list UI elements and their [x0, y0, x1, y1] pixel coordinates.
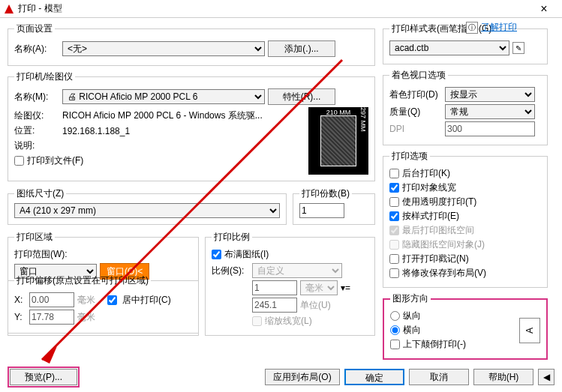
window-title: 打印 - 模型: [18, 2, 529, 15]
learn-print-link[interactable]: 了解打印: [481, 21, 517, 34]
shade-plot-label: 着色打印(D): [389, 88, 442, 101]
scale-unit2-label: 单位(U): [300, 299, 331, 312]
preview-button[interactable]: 预览(P)...: [10, 369, 77, 385]
printer-props-button[interactable]: 特性(R)...: [268, 88, 335, 105]
plot-scale-group: 打印比例 布满图纸(I) 比例(S):自定义 毫米▾= 单位(U) 缩放线宽(L…: [205, 231, 375, 336]
paper-size-select[interactable]: A4 (210 x 297 mm): [14, 203, 280, 218]
opt-paperspace-last-label: 最后打印图纸空间: [402, 224, 474, 237]
page-setup-legend: 页面设置: [14, 22, 55, 35]
bottom-button-bar: 预览(P)... 应用到布局(O) 确定 取消 帮助(H) ◀: [0, 367, 562, 388]
pagesetup-name-select[interactable]: <无>: [62, 41, 265, 56]
quality-select[interactable]: 常规: [445, 104, 535, 119]
opt-lineweights-checkbox[interactable]: [389, 183, 399, 193]
paper-height-label: 297 MM: [359, 107, 367, 175]
orientation-icon: A: [519, 318, 540, 343]
dpi-label: DPI: [389, 124, 442, 134]
plot-options-group: 打印选项 后台打印(K) 打印对象线宽 使用透明度打印(T) 按样式打印(E) …: [383, 150, 548, 288]
upside-down-checkbox[interactable]: [390, 340, 400, 349]
printer-name-select[interactable]: 🖨 RICOH Aficio MP 2000 PCL 6: [62, 89, 265, 104]
app-logo-icon: [3, 3, 15, 15]
shaded-viewport-group: 着色视口选项 着色打印(D)按显示 质量(Q)常规 DPI: [383, 69, 548, 145]
opt-save-changes-checkbox[interactable]: [389, 268, 399, 278]
scale-unit1-select[interactable]: 毫米: [300, 280, 338, 295]
fit-to-paper-label: 布满图纸(I): [224, 248, 269, 261]
opt-background-checkbox[interactable]: [389, 169, 399, 178]
center-plot-label: 居中打印(C): [122, 294, 171, 307]
location-label: 位置:: [14, 124, 59, 137]
shade-plot-select[interactable]: 按显示: [445, 87, 535, 102]
upside-down-label: 上下颠倒打印(-): [403, 338, 466, 351]
opt-plotstyles-checkbox[interactable]: [389, 211, 399, 221]
add-pagesetup-button[interactable]: 添加(.)...: [268, 40, 335, 57]
offset-x-label: X:: [14, 295, 26, 305]
scale-unit1-input[interactable]: [252, 280, 297, 295]
expand-button[interactable]: ◀: [538, 369, 554, 385]
opt-plot-stamp-checkbox[interactable]: [389, 254, 399, 264]
opt-transparency-label: 使用透明度打印(T): [402, 196, 476, 208]
opt-hide-paperspace-checkbox: [389, 240, 399, 250]
opt-plot-stamp-label: 打开打印戳记(N): [402, 253, 469, 265]
learn-print-link-wrap: ⓘ 了解打印: [466, 21, 517, 34]
printer-legend: 打印机/绘图仪: [14, 70, 75, 83]
plot-style-group: 打印样式表(画笔指定)(G) acad.ctb✎: [383, 22, 548, 64]
orientation-group: 图形方向 纵向 横向 上下颠倒打印(-) A: [383, 292, 548, 360]
plotter-value: RICOH Aficio MP 2000 PCL 6 - Windows 系统驱…: [62, 109, 263, 122]
orientation-legend: 图形方向: [390, 292, 431, 305]
opt-hide-paperspace-label: 隐藏图纸空间对象(J): [402, 238, 485, 251]
plot-style-edit-icon[interactable]: ✎: [512, 42, 524, 54]
landscape-label: 横向: [403, 324, 421, 337]
info-icon: ⓘ: [466, 22, 478, 34]
opt-transparency-checkbox[interactable]: [389, 197, 399, 207]
page-setup-group: 页面设置 名称(A): <无> 添加(.)...: [8, 22, 375, 66]
plot-options-legend: 打印选项: [389, 150, 430, 163]
portrait-label: 纵向: [403, 310, 421, 322]
opt-save-changes-label: 将修改保存到布局(V): [402, 267, 486, 280]
opt-lineweights-label: 打印对象线宽: [402, 181, 456, 194]
plotter-label: 绘图仪:: [14, 109, 59, 122]
help-button[interactable]: 帮助(H): [473, 369, 533, 385]
offset-y-mm: 毫米: [77, 311, 95, 324]
scale-eq-icon: ▾=: [341, 283, 350, 293]
what-to-plot-label: 打印范围(W):: [14, 248, 192, 261]
opt-paperspace-last-checkbox: [389, 226, 399, 235]
plot-area-legend: 打印区域: [14, 231, 55, 244]
scale-lineweights-checkbox: [252, 316, 262, 326]
copies-legend: 打印份数(B): [299, 187, 352, 200]
titlebar: 打印 - 模型 ×: [0, 0, 562, 18]
shaded-viewport-legend: 着色视口选项: [389, 69, 448, 82]
copies-group: 打印份数(B): [293, 187, 375, 225]
landscape-radio[interactable]: [390, 325, 400, 335]
copies-input[interactable]: [299, 203, 344, 218]
fit-to-paper-checkbox[interactable]: [212, 250, 221, 259]
printer-group: 打印机/绘图仪 名称(M): 🖨 RICOH Aficio MP 2000 PC…: [8, 70, 375, 181]
close-icon[interactable]: ×: [529, 2, 559, 16]
center-plot-checkbox[interactable]: [107, 295, 117, 305]
offset-y-input[interactable]: [29, 310, 74, 325]
pagesetup-name-label: 名称(A):: [14, 43, 59, 55]
opt-background-label: 后台打印(K): [402, 167, 450, 180]
offset-x-input[interactable]: [29, 292, 74, 307]
plot-scale-legend: 打印比例: [212, 231, 252, 244]
plot-to-file-checkbox[interactable]: [14, 156, 24, 166]
ok-button[interactable]: 确定: [344, 369, 404, 385]
portrait-radio[interactable]: [390, 311, 400, 321]
quality-label: 质量(Q): [389, 106, 442, 118]
paper-size-group: 图纸尺寸(Z) A4 (210 x 297 mm): [8, 187, 287, 225]
opt-plotstyles-label: 按样式打印(E): [402, 210, 459, 223]
paper-size-legend: 图纸尺寸(Z): [14, 187, 66, 200]
plot-style-select[interactable]: acad.ctb: [389, 40, 509, 55]
printer-name-label: 名称(M):: [14, 91, 59, 103]
location-value: 192.168.1.188_1: [62, 126, 130, 136]
offset-y-label: Y:: [14, 312, 26, 322]
scale-unit2-input[interactable]: [252, 298, 297, 313]
plot-offset-legend: 打印偏移(原点设置在可打印区域): [14, 274, 151, 287]
dpi-input: [445, 121, 535, 136]
paper-preview: 210 MM 297 MM: [308, 107, 368, 175]
description-label: 说明:: [14, 139, 59, 152]
scale-lineweights-label: 缩放线宽(L): [265, 315, 312, 328]
cancel-button[interactable]: 取消: [409, 369, 469, 385]
scale-select[interactable]: 自定义: [252, 263, 342, 278]
apply-to-layout-button[interactable]: 应用到布局(O): [265, 369, 340, 385]
scale-label: 比例(S):: [212, 265, 249, 277]
paper-shape-icon: [320, 115, 356, 166]
